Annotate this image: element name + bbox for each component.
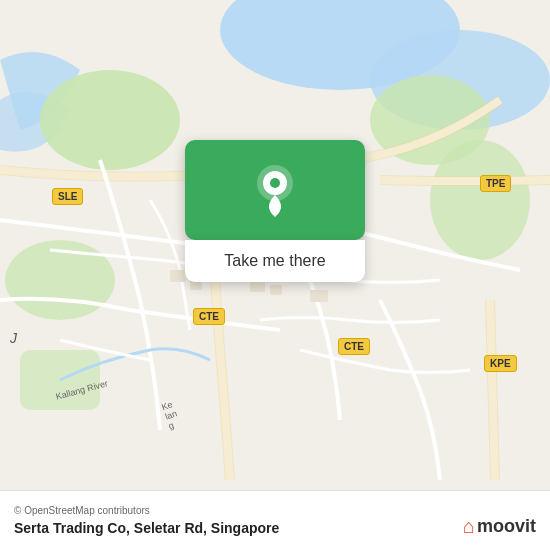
svg-point-5 — [430, 140, 530, 260]
take-me-there-button[interactable]: Take me there — [185, 240, 365, 282]
svg-point-16 — [270, 178, 280, 188]
svg-rect-12 — [170, 270, 186, 282]
svg-point-3 — [40, 70, 180, 170]
location-title: Serta Trading Co, Seletar Rd, Singapore — [14, 520, 536, 536]
moovit-pin-icon: ⌂ — [463, 515, 475, 538]
attribution-text: © OpenStreetMap contributors — [14, 505, 536, 516]
popup-green-box — [185, 140, 365, 240]
svg-rect-9 — [270, 285, 282, 295]
moovit-logo: ⌂ moovit — [463, 515, 536, 538]
highway-label-kpe: KPE — [484, 355, 517, 372]
highway-label-cte2: CTE — [338, 338, 370, 355]
svg-rect-10 — [310, 290, 328, 302]
moovit-text: moovit — [477, 516, 536, 537]
highway-label-sle: SLE — [52, 188, 83, 205]
highway-label-cte1: CTE — [193, 308, 225, 325]
location-pin-icon — [253, 163, 298, 218]
j-label: J — [10, 330, 17, 346]
highway-label-tpe: TPE — [480, 175, 511, 192]
map-container: SLE TPE CTE CTE KPE Kallang River Kelang… — [0, 0, 550, 490]
popup-card: Take me there — [185, 140, 365, 282]
bottom-bar: © OpenStreetMap contributors Serta Tradi… — [0, 490, 550, 550]
